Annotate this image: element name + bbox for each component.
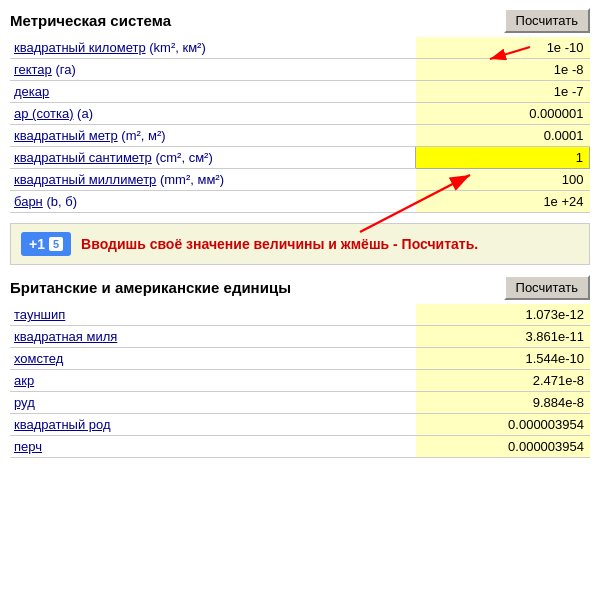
british-row: акр2.471е-8 bbox=[10, 370, 590, 392]
google-logo: +1 bbox=[29, 236, 45, 252]
british-unit-value: 2.471е-8 bbox=[416, 370, 590, 392]
info-text: Вводишь своё значение величины и жмёшь -… bbox=[81, 236, 478, 252]
metric-row: ар (сотка) (а)0.000001 bbox=[10, 103, 590, 125]
british-row: хомстед1.544е-10 bbox=[10, 348, 590, 370]
british-unit-link[interactable]: тауншип bbox=[14, 307, 65, 322]
calc-button-metric[interactable]: Посчитать bbox=[504, 8, 590, 33]
metric-unit-link[interactable]: квадратный метр bbox=[14, 128, 118, 143]
british-row: квадратный род0.000003954 bbox=[10, 414, 590, 436]
british-row: квадратная миля3.861е-11 bbox=[10, 326, 590, 348]
calc-button-british[interactable]: Посчитать bbox=[504, 275, 590, 300]
metric-units-table: квадратный километр (km², км²)1е -10гект… bbox=[10, 37, 590, 213]
british-unit-link[interactable]: руд bbox=[14, 395, 35, 410]
metric-row: квадратный сантиметр (cm², см²)1 bbox=[10, 147, 590, 169]
british-unit-name: квадратный род bbox=[10, 414, 416, 436]
google-plus-button[interactable]: +1 5 bbox=[21, 232, 71, 256]
british-row: руд9.884е-8 bbox=[10, 392, 590, 414]
british-unit-link[interactable]: хомстед bbox=[14, 351, 63, 366]
info-box: +1 5 Вводишь своё значение величины и жм… bbox=[10, 223, 590, 265]
metric-unit-link[interactable]: квадратный миллиметр bbox=[14, 172, 156, 187]
metric-unit-abbr: (mm², мм²) bbox=[156, 172, 224, 187]
section-title-metric: Метрическая система bbox=[10, 12, 171, 29]
british-unit-value: 9.884е-8 bbox=[416, 392, 590, 414]
metric-row: квадратный миллиметр (mm², мм²)100 bbox=[10, 169, 590, 191]
british-row: перч0.000003954 bbox=[10, 436, 590, 458]
metric-unit-value: 0.0001 bbox=[416, 125, 590, 147]
metric-unit-link[interactable]: ар (сотка) bbox=[14, 106, 73, 121]
british-unit-name: перч bbox=[10, 436, 416, 458]
metric-row: квадратный километр (km², км²)1е -10 bbox=[10, 37, 590, 59]
metric-unit-link[interactable]: барн bbox=[14, 194, 43, 209]
british-unit-name: акр bbox=[10, 370, 416, 392]
metric-unit-name: ар (сотка) (а) bbox=[10, 103, 416, 125]
metric-unit-name: барн (b, б) bbox=[10, 191, 416, 213]
metric-unit-name: квадратный миллиметр (mm², мм²) bbox=[10, 169, 416, 191]
british-unit-value: 1.544е-10 bbox=[416, 348, 590, 370]
metric-unit-name: квадратный километр (km², км²) bbox=[10, 37, 416, 59]
google-count: 5 bbox=[49, 237, 63, 251]
british-unit-link[interactable]: квадратный род bbox=[14, 417, 111, 432]
metric-unit-link[interactable]: гектар bbox=[14, 62, 52, 77]
metric-unit-value: 100 bbox=[416, 169, 590, 191]
metric-unit-name: декар bbox=[10, 81, 416, 103]
metric-unit-name: гектар (га) bbox=[10, 59, 416, 81]
british-unit-value: 0.000003954 bbox=[416, 414, 590, 436]
metric-unit-abbr: (b, б) bbox=[43, 194, 77, 209]
metric-unit-value: 1е -10 bbox=[416, 37, 590, 59]
british-unit-link[interactable]: перч bbox=[14, 439, 42, 454]
metric-unit-link[interactable]: декар bbox=[14, 84, 49, 99]
metric-row: квадратный метр (m², м²)0.0001 bbox=[10, 125, 590, 147]
metric-unit-abbr: (m², м²) bbox=[118, 128, 166, 143]
british-row: тауншип1.073е-12 bbox=[10, 304, 590, 326]
british-unit-link[interactable]: акр bbox=[14, 373, 34, 388]
metric-unit-link[interactable]: квадратный километр bbox=[14, 40, 146, 55]
metric-unit-value: 1е -7 bbox=[416, 81, 590, 103]
metric-unit-name: квадратный сантиметр (cm², см²) bbox=[10, 147, 416, 169]
metric-unit-abbr: (km², км²) bbox=[146, 40, 206, 55]
british-unit-value: 3.861е-11 bbox=[416, 326, 590, 348]
section-title-british: Британские и американские единицы bbox=[10, 279, 291, 296]
metric-row: барн (b, б)1е +24 bbox=[10, 191, 590, 213]
metric-unit-link[interactable]: квадратный сантиметр bbox=[14, 150, 152, 165]
british-unit-name: руд bbox=[10, 392, 416, 414]
british-unit-name: квадратная миля bbox=[10, 326, 416, 348]
metric-unit-value: 0.000001 bbox=[416, 103, 590, 125]
metric-unit-value: 1е +24 bbox=[416, 191, 590, 213]
metric-row: гектар (га)1е -8 bbox=[10, 59, 590, 81]
metric-unit-abbr: (га) bbox=[52, 62, 76, 77]
metric-unit-value: 1 bbox=[416, 147, 590, 169]
british-unit-value: 0.000003954 bbox=[416, 436, 590, 458]
british-unit-name: тауншип bbox=[10, 304, 416, 326]
british-unit-value: 1.073е-12 bbox=[416, 304, 590, 326]
metric-unit-value: 1е -8 bbox=[416, 59, 590, 81]
british-units-table: тауншип1.073е-12квадратная миля3.861е-11… bbox=[10, 304, 590, 458]
metric-row: декар1е -7 bbox=[10, 81, 590, 103]
british-unit-name: хомстед bbox=[10, 348, 416, 370]
metric-unit-abbr: (а) bbox=[73, 106, 93, 121]
metric-unit-name: квадратный метр (m², м²) bbox=[10, 125, 416, 147]
metric-unit-abbr: (cm², см²) bbox=[152, 150, 213, 165]
british-unit-link[interactable]: квадратная миля bbox=[14, 329, 117, 344]
